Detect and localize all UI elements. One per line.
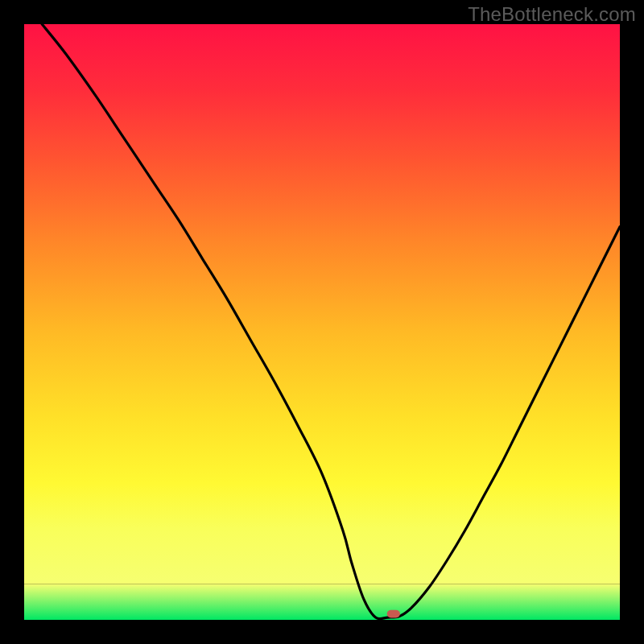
optimal-marker bbox=[387, 610, 400, 618]
chart-container: TheBottleneck.com bbox=[0, 0, 644, 644]
gradient-background bbox=[24, 24, 620, 584]
chart-svg bbox=[24, 24, 620, 620]
plot-area bbox=[24, 24, 620, 620]
baseline-band bbox=[24, 584, 620, 620]
watermark-text: TheBottleneck.com bbox=[468, 3, 636, 26]
